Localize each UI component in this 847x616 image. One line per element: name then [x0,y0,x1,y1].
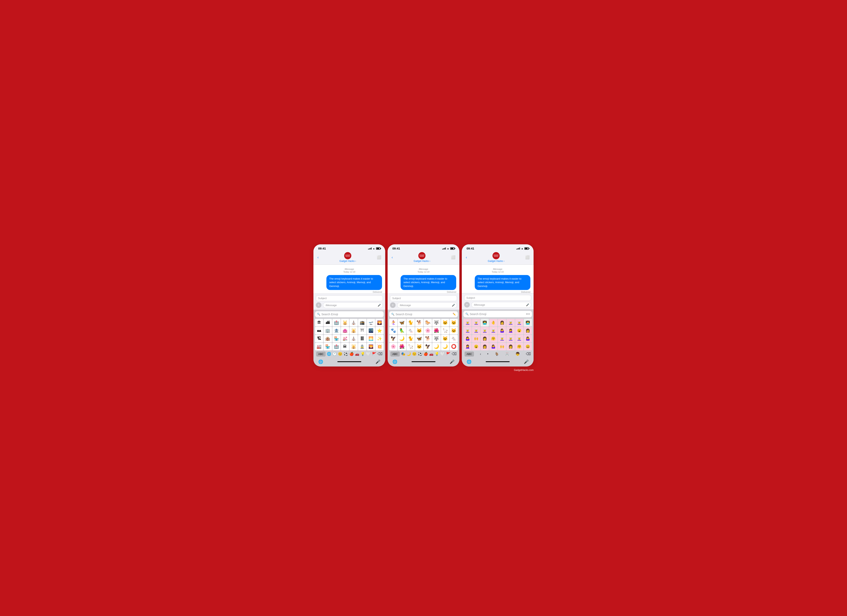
emoji-cell[interactable]: ⛩ [358,327,366,335]
emoji-cell[interactable]: 🌄 [367,343,375,350]
memoji-cell[interactable]: 🤷‍♀️ [489,343,497,350]
toolbar-dot-3[interactable]: • [487,352,488,356]
emoji-cell[interactable]: 🏦 [332,327,341,335]
toolbar-clock-1[interactable]: 🕐 [332,352,337,356]
search-bar-1[interactable]: 🔍 Search Emoji [315,311,384,317]
toolbar-smile-1[interactable]: 😊 [338,352,342,356]
memoji-cell[interactable]: 🧝‍♀️ [463,319,472,326]
emoji-cell[interactable]: 🏩 [341,327,349,335]
memoji-cell[interactable]: 👩 [506,343,515,350]
emoji-cell[interactable]: 🕌 [350,343,358,350]
sticker-cell[interactable]: 🐱 [441,335,449,342]
backspace-icon-2[interactable]: ⌫ [452,352,457,356]
sticker-cell[interactable]: 🦋 [415,335,423,342]
globe-icon-2[interactable]: 🌐 [393,359,397,364]
sticker-cell[interactable]: 🐁 [407,327,415,335]
subject-field-1[interactable]: Subject [316,295,383,301]
memoji-cell[interactable]: 👩 [481,335,489,342]
toolbar-car-1[interactable]: 🚗 [355,352,359,356]
emoji-cell[interactable]: 🏙 [324,319,332,326]
backspace-icon-3[interactable]: ⌫ [526,352,531,356]
globe-icon-1[interactable]: 🌐 [318,359,323,364]
sticker-cell[interactable]: 🌸 [424,327,432,335]
sticker-cell[interactable]: 🌙 [398,335,406,342]
sticker-cell[interactable]: 🌙 [432,343,440,350]
memoji-cell[interactable]: 🙌 [498,343,506,350]
sticker-cell[interactable]: 🦅 [389,335,397,342]
emoji-cell[interactable]: 🕌 [350,327,358,335]
emoji-cell[interactable]: 🏢 [324,327,332,335]
emoji-cell[interactable]: 🌃 [367,327,375,335]
memoji-cell[interactable]: 🙌 [472,335,480,342]
memoji-cell[interactable]: 🧝‍♀️ [472,319,480,326]
emoji-cell[interactable]: ⛪ [350,335,358,342]
toolbar-heart-2[interactable]: 🤍 [440,352,445,356]
search-bar-3[interactable]: 🔍 Search Emoji ••• [463,311,532,317]
mic-bottom-3[interactable]: 🎤 [524,359,529,364]
abc-button-3[interactable]: ABC [465,352,474,357]
sticker-cell[interactable]: 🐾 [389,327,397,335]
toolbar-clock-2[interactable]: 🌙 [407,352,411,356]
sticker-cell[interactable]: 🐱 [415,343,423,350]
sticker-cell[interactable]: 🐱 [450,327,458,335]
plus-button-1[interactable]: + [316,302,322,308]
emoji-cell[interactable]: ✨ [375,335,384,342]
sticker-cell[interactable]: 🐺 [432,335,440,342]
memoji-cell[interactable]: 🧝‍♀️ [515,319,523,326]
sticker-cell[interactable]: 🐱 [441,319,449,326]
memoji-cell[interactable]: 😄 [524,343,532,350]
sticker-cell[interactable]: 🦅 [424,343,432,350]
emoji-cell[interactable]: 💥 [375,343,384,350]
emoji-cell[interactable]: 🏛 [341,343,349,350]
sticker-cell[interactable]: 🐱 [450,319,458,326]
mic-icon-2[interactable]: 🎤 [452,304,455,307]
search-bar-2[interactable]: 🔍 Search Emoji ✏️ [389,311,458,317]
message-field-3[interactable]: iMessage [471,302,531,308]
sticker-cell[interactable]: 🌺 [432,327,440,335]
memoji-cell[interactable]: 🤷‍♀️ [498,327,506,335]
back-button-3[interactable]: ‹ [466,255,467,259]
emoji-cell[interactable]: 🏨 [324,335,332,342]
memoji-cell[interactable]: 🤗 [515,343,523,350]
memoji-cell[interactable]: 😮 [472,343,480,350]
abc-button-2[interactable]: ABC [390,352,400,357]
toolbar-goat-3[interactable]: 🐐 [494,352,499,356]
sticker-cell[interactable]: 🐈 [407,335,415,342]
memoji-cell[interactable]: 🧝‍♀️ [472,327,480,335]
memoji-cell[interactable]: 🤦‍♀️ [506,327,515,335]
more-icon-3[interactable]: ••• [526,312,530,316]
mic-bottom-1[interactable]: 🎤 [375,359,381,364]
emoji-cell[interactable]: 🏪 [324,343,332,350]
memoji-cell[interactable]: 🧝‍♀️ [506,319,515,326]
memoji-cell[interactable]: 🧝‍♀️ [481,327,489,335]
plus-button-2[interactable]: + [390,302,395,308]
memoji-cell[interactable]: 👩 [524,327,532,335]
emoji-cell[interactable]: 🏚 [315,319,323,326]
emoji-cell[interactable]: 🌅 [367,335,375,342]
toolbar-ball-2[interactable]: ⚽ [418,352,422,356]
subject-field-2[interactable]: Subject [390,295,457,301]
message-field-1[interactable]: iMessage [323,302,383,308]
memoji-cell[interactable]: 🤷‍♀️ [463,335,472,342]
memoji-cell[interactable]: 👩‍💻 [481,319,489,326]
memoji-cell[interactable]: 🤗 [489,335,497,342]
toolbar-bulb-2[interactable]: 💡 [435,352,439,356]
abc-button-1[interactable]: ABC [316,352,326,357]
emoji-cell[interactable]: 🏥 [332,343,341,350]
back-button-2[interactable]: ‹ [392,255,393,259]
emoji-cell[interactable]: 🏗 [315,335,323,342]
toolbar-emoji-1[interactable]: 🌐 [327,352,331,356]
sticker-cell[interactable]: 🌸 [389,343,397,350]
sticker-cell[interactable]: ⭕ [450,343,458,350]
message-field-2[interactable]: iMessage [397,302,457,308]
memoji-cell[interactable]: 🤚 [489,319,497,326]
memoji-cell[interactable]: 🧝‍♀️ [463,327,472,335]
toolbar-apple-1[interactable]: 🍎 [349,352,354,356]
emoji-cell[interactable]: 🚊 [358,343,366,350]
emoji-cell[interactable]: ⭐ [375,327,384,335]
sticker-cell[interactable]: 🐎 [424,319,432,326]
memoji-cell[interactable]: 🧝‍♀️ [498,335,506,342]
sticker-cell[interactable]: 🌺 [398,343,406,350]
memoji-cell[interactable]: 👩 [481,343,489,350]
memoji-cell[interactable]: 🧝‍♀️ [489,327,497,335]
